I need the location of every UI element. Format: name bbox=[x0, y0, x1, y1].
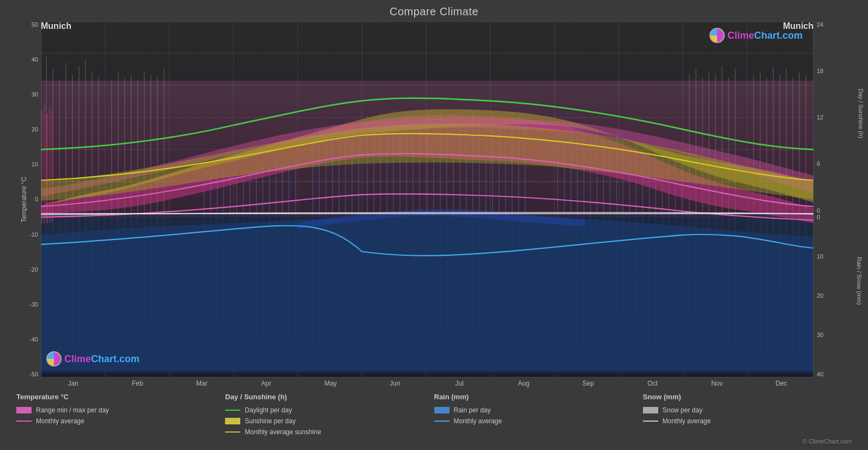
brand-logo-top: ClimeChart.com bbox=[709, 28, 803, 43]
y-tick: -50 bbox=[11, 371, 38, 377]
chart-main: Munich Munich ClimeChart.com ClimeChart.… bbox=[41, 21, 814, 377]
x-tick-apr: Apr bbox=[234, 377, 299, 387]
legend-label-snow-avg: Monthly average bbox=[663, 417, 711, 425]
brand-chart-bottom: Chart.com bbox=[91, 353, 139, 364]
legend-label-sunshine-day: Sunshine per day bbox=[245, 417, 295, 425]
brand-text-top: ClimeChart.com bbox=[727, 30, 803, 41]
legend-category-temperature: Temperature °C bbox=[16, 393, 225, 401]
brand-chart: Chart.com bbox=[754, 30, 803, 41]
legend-item-rain-day: Rain per day bbox=[434, 406, 643, 414]
chart-title: Compare Climate bbox=[11, 5, 857, 18]
legend-col-sunshine: Day / Sunshine (h) Daylight per day Suns… bbox=[225, 393, 434, 436]
y-tick-right-20: 20 bbox=[817, 292, 857, 299]
legend-item-snow-day: Snow per day bbox=[643, 406, 852, 414]
brand-clime: Clime bbox=[727, 30, 754, 41]
brand-logo-bottom: ClimeChart.com bbox=[46, 351, 139, 367]
x-tick-sep: Sep bbox=[556, 377, 620, 387]
legend-swatch-snow bbox=[643, 407, 658, 413]
y-tick: 30 bbox=[11, 91, 38, 98]
logo-icon-bottom bbox=[46, 351, 62, 367]
y-axis-left: Temperature °C 50 40 30 20 10 0 -10 -20 … bbox=[11, 21, 41, 377]
y-tick-right-10: 10 bbox=[817, 253, 857, 260]
y-tick: 40 bbox=[11, 56, 38, 63]
y-tick-right-0top: 0 bbox=[817, 207, 857, 214]
x-tick-feb: Feb bbox=[105, 377, 169, 387]
legend-item-temp-avg: Monthly average bbox=[16, 417, 225, 425]
legend-category-rain: Rain (mm) bbox=[434, 393, 643, 401]
x-tick-jul: Jul bbox=[427, 377, 491, 387]
y-tick-right-6: 6 bbox=[817, 160, 857, 167]
legend-label-rain-day: Rain per day bbox=[454, 406, 491, 414]
x-tick-jun: Jun bbox=[363, 377, 427, 387]
legend-area: Temperature °C Range min / max per day M… bbox=[11, 387, 857, 436]
legend-label-temp-avg: Monthly average bbox=[36, 417, 84, 425]
city-label-left: Munich bbox=[41, 21, 71, 31]
legend-line-snow-avg bbox=[643, 421, 658, 422]
legend-category-sunshine: Day / Sunshine (h) bbox=[225, 393, 434, 401]
x-tick-aug: Aug bbox=[491, 377, 556, 387]
legend-line-rain-avg bbox=[434, 421, 450, 422]
legend-line-temp-avg bbox=[16, 421, 32, 422]
x-axis-area: Jan Feb Mar Apr May Jun Jul Aug Sep Oct … bbox=[41, 377, 814, 387]
y-tick: 10 bbox=[11, 161, 38, 167]
legend-line-daylight bbox=[225, 410, 240, 411]
y-axis-right: 24 18 12 6 0 0 10 20 30 40 Day / Sunshin… bbox=[814, 21, 857, 377]
legend-label-snow-day: Snow per day bbox=[663, 406, 702, 414]
x-tick-jan: Jan bbox=[41, 377, 105, 387]
x-tick-nov: Nov bbox=[685, 377, 749, 387]
legend-label-rain-avg: Monthly average bbox=[454, 417, 502, 425]
legend-col-snow: Snow (mm) Snow per day Monthly average bbox=[643, 393, 852, 436]
y-axis-right-top-label: Day / Sunshine (h) bbox=[857, 89, 864, 139]
y-tick: -30 bbox=[11, 301, 38, 308]
legend-label-sunshine-avg: Monthly average sunshine bbox=[245, 428, 321, 436]
brand-text-bottom: ClimeChart.com bbox=[64, 353, 139, 365]
chart-svg bbox=[41, 21, 814, 377]
y-tick-right-12: 12 bbox=[817, 114, 857, 121]
legend-col-rain: Rain (mm) Rain per day Monthly average bbox=[434, 393, 643, 436]
legend-col-temperature: Temperature °C Range min / max per day M… bbox=[16, 393, 225, 436]
brand-clime-bottom: Clime bbox=[64, 353, 91, 364]
x-tick-may: May bbox=[299, 377, 363, 387]
legend-swatch-temp-range bbox=[16, 407, 32, 413]
legend-item-daylight: Daylight per day bbox=[225, 406, 434, 414]
y-tick: 20 bbox=[11, 126, 38, 133]
y-tick: -40 bbox=[11, 336, 38, 343]
logo-icon bbox=[709, 28, 725, 43]
y-tick: 50 bbox=[11, 21, 38, 28]
x-tick-oct: Oct bbox=[621, 377, 685, 387]
legend-item-sunshine-avg: Monthly average sunshine bbox=[225, 428, 434, 436]
y-axis-right-bottom-label: Rain / Snow (mm) bbox=[856, 257, 863, 305]
y-tick-right-0bot: 0 bbox=[817, 214, 857, 220]
legend-label-daylight: Daylight per day bbox=[245, 406, 292, 414]
copyright: © ClimeChart.com bbox=[11, 438, 857, 445]
page-wrapper: Compare Climate Temperature °C 50 40 30 … bbox=[0, 0, 868, 450]
legend-line-sunshine-avg bbox=[225, 431, 240, 433]
y-tick: -20 bbox=[11, 266, 38, 273]
x-tick-mar: Mar bbox=[169, 377, 234, 387]
legend-item-temp-range: Range min / max per day bbox=[16, 406, 225, 414]
y-tick: -10 bbox=[11, 231, 38, 238]
legend-category-snow: Snow (mm) bbox=[643, 393, 852, 401]
legend-swatch-sunshine bbox=[225, 418, 240, 424]
legend-label-temp-range: Range min / max per day bbox=[36, 406, 109, 414]
y-tick-right-40: 40 bbox=[817, 371, 857, 377]
legend-item-snow-avg: Monthly average bbox=[643, 417, 852, 425]
y-tick-right-18: 18 bbox=[817, 68, 857, 74]
chart-area: Temperature °C 50 40 30 20 10 0 -10 -20 … bbox=[11, 21, 857, 377]
y-axis-left-label: Temperature °C bbox=[20, 176, 28, 222]
y-tick-right-24: 24 bbox=[817, 21, 857, 28]
y-tick-right-30: 30 bbox=[817, 332, 857, 338]
legend-item-sunshine-day: Sunshine per day bbox=[225, 417, 434, 425]
rain-area bbox=[41, 209, 814, 371]
legend-swatch-rain bbox=[434, 407, 450, 413]
legend-item-rain-avg: Monthly average bbox=[434, 417, 643, 425]
x-tick-dec: Dec bbox=[749, 377, 814, 387]
